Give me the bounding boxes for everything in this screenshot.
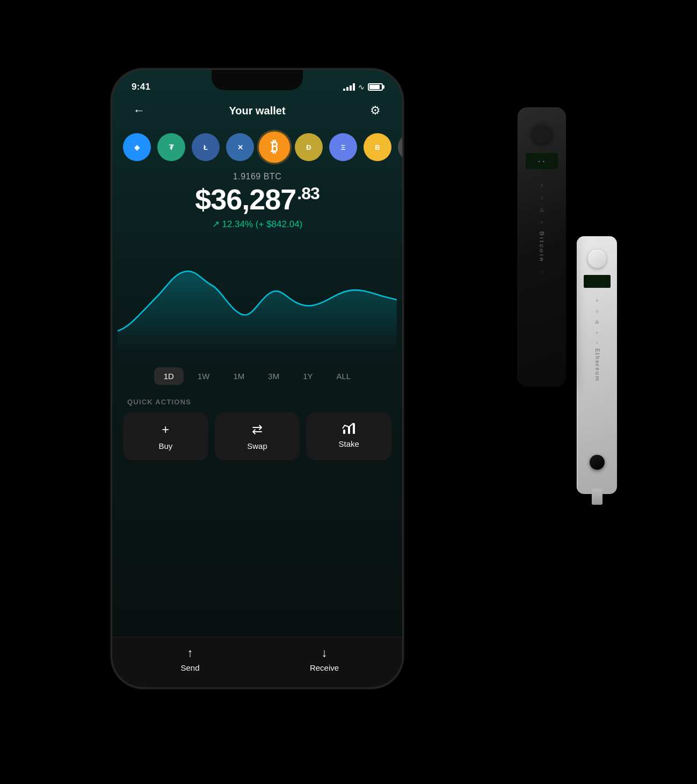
receive-button[interactable]: ↓ Receive <box>257 646 391 672</box>
time-period-selector: 1D 1W 1M 3M 1Y ALL <box>112 359 402 394</box>
battery-icon <box>368 83 383 91</box>
ledger-nano-s: ∧ ⊙ ⁂ ≡ + ▷ ∨ Ethereum <box>577 236 617 494</box>
crypto-coin-doge[interactable]: Ð <box>295 133 323 161</box>
crypto-coin-eth[interactable]: Ξ <box>329 133 357 161</box>
nano-s-label: Ethereum <box>594 349 600 382</box>
send-icon: ↑ <box>187 646 193 660</box>
receive-label: Receive <box>310 663 339 672</box>
ledger-nano-x: ● ● ∧ ⊙ ⁂ ≡ + ▷ ∨ □ Bitcoin <box>518 107 566 387</box>
buy-icon: + <box>162 422 169 437</box>
nano-x-label: Bitcoin <box>539 231 545 263</box>
receive-icon: ↓ <box>322 646 328 660</box>
chart-svg <box>118 241 397 353</box>
crypto-coin-xrp[interactable]: ✕ <box>226 133 254 161</box>
time-btn-all[interactable]: ALL <box>327 367 361 385</box>
balance-fiat-amount: $36,287.83 <box>123 184 391 215</box>
stake-label: Stake <box>339 439 359 448</box>
quick-actions-row: + Buy ⇄ Swap Sta <box>112 412 402 460</box>
phone-screen: 9:41 ∿ ← Your wallet <box>112 70 402 687</box>
nano-s-usb <box>592 489 602 505</box>
crypto-coin-btc[interactable]: ₿ <box>259 132 290 163</box>
nano-s-button-top <box>588 250 606 268</box>
status-time: 9:41 <box>132 82 150 92</box>
balance-section: 1.9169 BTC $36,287.83 ↗ 12.34% (+ $842.0… <box>112 165 402 230</box>
nano-s-body: ∧ ⊙ ⁂ ≡ + ▷ ∨ Ethereum <box>577 236 617 494</box>
signal-icon <box>343 83 355 91</box>
crypto-coin-bnb[interactable]: B <box>364 133 391 161</box>
crypto-coin-first[interactable]: ◈ <box>123 133 151 161</box>
swap-button[interactable]: ⇄ Swap <box>215 412 300 460</box>
nano-x-button <box>532 124 552 144</box>
crypto-selector-row: ◈ ₮ Ł ✕ ₿ Ð Ξ B A <box>112 129 402 165</box>
svg-rect-2 <box>353 423 355 434</box>
send-label: Send <box>180 663 199 672</box>
balance-main: $36,287 <box>195 183 296 215</box>
bottom-nav: ↑ Send ↓ Receive <box>112 637 402 687</box>
time-btn-1d[interactable]: 1D <box>154 367 184 385</box>
back-button[interactable]: ← <box>129 101 149 120</box>
crypto-coin-algo[interactable]: A <box>398 133 402 161</box>
svg-rect-0 <box>343 430 345 434</box>
buy-label: Buy <box>158 441 172 451</box>
balance-cents: .83 <box>297 184 319 203</box>
time-btn-3m[interactable]: 3M <box>258 367 289 385</box>
status-icons: ∿ <box>343 83 383 91</box>
crypto-coin-ltc[interactable]: Ł <box>192 133 220 161</box>
quick-actions-label: QUICK ACTIONS <box>112 394 402 412</box>
notch <box>212 70 303 90</box>
wifi-icon: ∿ <box>358 83 365 91</box>
stake-button[interactable]: Stake <box>306 412 391 460</box>
time-btn-1m[interactable]: 1M <box>223 367 254 385</box>
send-button[interactable]: ↑ Send <box>123 646 257 672</box>
nano-s-button-bottom <box>590 455 605 470</box>
swap-label: Swap <box>247 441 267 451</box>
balance-crypto-amount: 1.9169 BTC <box>123 172 391 182</box>
time-btn-1y[interactable]: 1Y <box>293 367 322 385</box>
nano-x-screen: ● ● <box>526 153 558 169</box>
crypto-coin-usdt[interactable]: ₮ <box>157 133 185 161</box>
phone-device: 9:41 ∿ ← Your wallet <box>112 70 402 687</box>
settings-button[interactable]: ⚙ <box>366 101 385 120</box>
swap-icon: ⇄ <box>252 422 263 437</box>
time-btn-1w[interactable]: 1W <box>188 367 220 385</box>
app-header: ← Your wallet ⚙ <box>112 97 402 129</box>
buy-button[interactable]: + Buy <box>123 412 208 460</box>
price-chart <box>112 230 402 359</box>
svg-rect-1 <box>348 426 350 434</box>
nano-x-body: ● ● ∧ ⊙ ⁂ ≡ + ▷ ∨ □ Bitcoin <box>518 107 566 387</box>
nano-s-screen <box>584 275 611 288</box>
balance-change: ↗ 12.34% (+ $842.04) <box>123 219 391 230</box>
page-title: Your wallet <box>229 105 285 117</box>
stake-icon <box>342 422 356 435</box>
scene: 9:41 ∿ ← Your wallet <box>80 43 617 741</box>
